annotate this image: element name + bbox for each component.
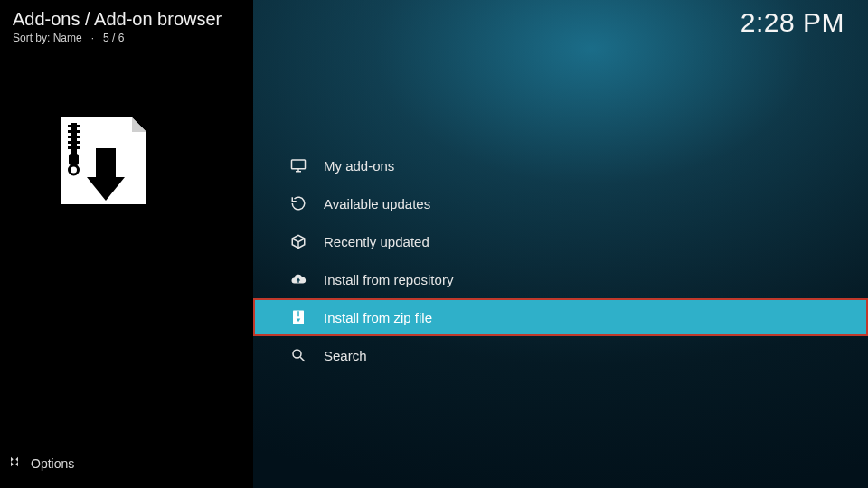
svg-line-23 xyxy=(300,357,305,361)
refresh-icon xyxy=(289,194,307,212)
zip-download-icon xyxy=(45,117,163,217)
options-icon xyxy=(7,455,22,472)
svg-rect-3 xyxy=(68,136,80,138)
zip-icon xyxy=(289,308,307,326)
svg-rect-1 xyxy=(68,125,80,127)
menu-item-available-updates[interactable]: Available updates xyxy=(253,184,868,222)
menu-item-label: My add-ons xyxy=(324,158,394,174)
sort-prefix: Sort by: xyxy=(13,32,50,44)
svg-marker-11 xyxy=(15,457,18,462)
svg-rect-5 xyxy=(68,146,80,149)
menu-item-label: Install from zip file xyxy=(324,310,432,325)
sidebar-panel: Add-ons / Add-on browser Sort by: Name ·… xyxy=(0,0,253,488)
clock: 2:28 PM xyxy=(741,7,844,38)
list-position: 5 / 6 xyxy=(103,32,124,44)
svg-marker-12 xyxy=(11,462,14,466)
cloud-icon xyxy=(289,270,307,288)
sort-status-line: Sort by: Name · 5 / 6 xyxy=(0,30,253,44)
menu-item-install-from-zip[interactable]: Install from zip file xyxy=(253,298,868,336)
options-button[interactable]: Options xyxy=(7,455,74,472)
addon-menu: My add-ons Available updates Recently up… xyxy=(253,146,868,374)
svg-rect-14 xyxy=(292,160,306,169)
breadcrumb: Add-ons / Add-on browser xyxy=(0,0,253,30)
svg-marker-10 xyxy=(11,457,14,462)
menu-item-label: Search xyxy=(324,348,367,363)
menu-item-install-from-repository[interactable]: Install from repository xyxy=(253,260,868,298)
sort-value: Name xyxy=(53,32,82,44)
menu-item-search[interactable]: Search xyxy=(253,336,868,374)
menu-item-label: Install from repository xyxy=(324,272,453,287)
menu-item-label: Available updates xyxy=(324,196,430,211)
search-icon xyxy=(289,346,307,364)
svg-rect-20 xyxy=(297,311,299,316)
menu-item-label: Recently updated xyxy=(324,234,429,249)
svg-rect-4 xyxy=(68,141,80,144)
svg-point-22 xyxy=(293,350,301,358)
options-label: Options xyxy=(31,456,74,471)
menu-item-recently-updated[interactable]: Recently updated xyxy=(253,222,868,260)
box-icon xyxy=(289,232,307,250)
svg-marker-13 xyxy=(15,462,18,466)
monitor-icon xyxy=(289,156,307,174)
svg-rect-2 xyxy=(68,130,80,133)
main-panel: 2:28 PM My add-ons Available updates xyxy=(253,0,868,488)
svg-rect-8 xyxy=(96,148,116,177)
svg-rect-6 xyxy=(69,154,79,165)
app-root: Add-ons / Add-on browser Sort by: Name ·… xyxy=(0,0,868,488)
menu-item-my-addons[interactable]: My add-ons xyxy=(253,146,868,184)
